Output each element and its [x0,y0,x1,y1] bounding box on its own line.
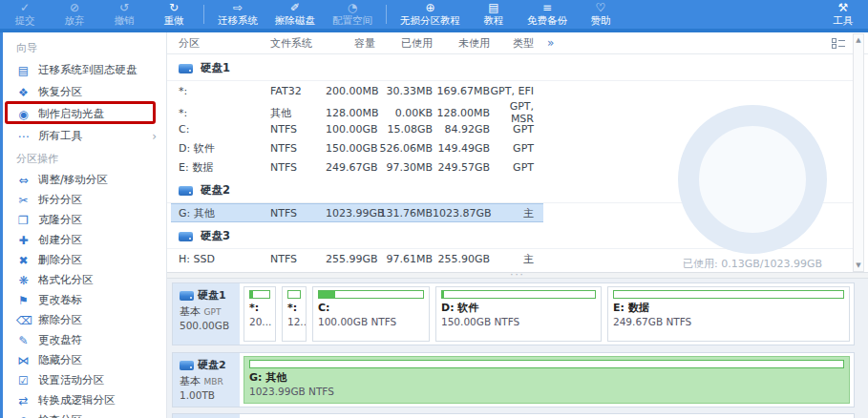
sidebar-item-set-active-partition[interactable]: ☑ 设置活动分区 [3,370,166,390]
donate-button[interactable]: ♡ 赞助 [576,0,625,29]
partition-label: *: [249,302,270,315]
view-switch-icon[interactable] [832,37,845,50]
migrate-system-button[interactable]: ⇨ 迁移系统 [209,0,266,29]
partition-assistant-window: ✓ 提交 ⊘ 放弃 ↺ 撤销 ↻ 重做 ⇨ 迁移系统 ✐ 擦除磁盘 ◔ 配置空间 [0,0,868,418]
cell-type: GPT, MSR [490,100,534,125]
undo-button[interactable]: ↺ 撤销 [99,0,149,29]
partition-tutorial-label: 无损分区教程 [400,14,460,27]
vertical-scrollbar[interactable]: ▲ ▼ [853,33,864,272]
sidebar-item-split-partition[interactable]: ✂ 拆分分区 [3,190,166,210]
toolbar-spacer [625,0,818,29]
partition-block[interactable]: C: 100.00GB NTFS [312,286,430,342]
disk-info[interactable]: 硬盘2 基本 MBR 1.00TB [173,353,240,407]
col-used: 已使用 [375,36,433,51]
partition-row[interactable]: C: NTFS 100.00GB 15.08GB 84.92GB GPT [167,119,540,138]
partition-tutorial-button[interactable]: ⊕ 无损分区教程 [392,0,469,29]
sidebar-section-partition-ops: 分区操作 ⇔ 调整/移动分区 ✂ 拆分分区 ❐ 克隆分区 ✚ 创建分区 ✖ 删除… [3,149,166,418]
allocate-space-label: 配置空间 [332,14,372,27]
sidebar-item-label: 格式化分区 [38,273,94,287]
cell-used: 526.06MB [375,142,433,155]
tutorial-button[interactable]: ▤ 教程 [469,0,519,29]
sidebar-item-make-bootable-media[interactable]: ◉ 制作启动光盘 [3,103,166,125]
undo-label: 撤销 [115,14,135,27]
commit-label: 提交 [15,14,35,27]
disk-card: 硬盘1 基本 GPT 500.00GB *: 20... *: 12... [172,282,855,345]
sidebar-item-label: 更改卷标 [38,293,82,307]
brush-icon: ⌫ [16,314,31,327]
scroll-down-icon[interactable]: ▼ [854,260,863,271]
disk-group-header[interactable]: 硬盘1 [167,56,853,81]
partition-block[interactable]: *: 12... [282,286,307,342]
cell-capacity: 1023.99GB [326,207,375,219]
cell-type: GPT [490,123,534,136]
cell-filesystem: NTFS [270,253,326,265]
sidebar-item-delete-partition[interactable]: ✖ 删除分区 [3,250,166,270]
partition-block[interactable]: D: 软件 150.00GB NTFS [435,286,602,342]
partition-row[interactable]: *: FAT32 200.00MB 30.33MB 169.67MB GPT, … [167,81,540,100]
discard-button[interactable]: ⊘ 放弃 [50,0,99,29]
recover-icon: ❖ [16,86,31,99]
disk-card: 硬盘2 基本 MBR 1.00TB G: 其他 1023.99GB NTFS [172,352,855,408]
panel-splitter[interactable]: ··· [167,272,868,279]
cell-type: GPT [490,142,534,155]
disk-size: 500.00GB [180,320,240,331]
free-backup-label: 免费备份 [527,14,567,27]
tools-button[interactable]: ⚒ 工具 [818,0,868,29]
partition-block[interactable]: E: 数据 249.67GB NTFS [607,286,850,342]
wipe-disk-button[interactable]: ✐ 擦除磁盘 [266,0,324,29]
sidebar-item-label: 擦除分区 [38,313,82,327]
sidebar-section-wizard-title: 向导 [3,38,166,59]
partition-info: 100.00GB NTFS [318,315,424,328]
sidebar-item-convert-to-logical[interactable]: ⇄ 转换成逻辑分区 [3,390,166,410]
partition-row-selected[interactable]: G: 其他 NTFS 1023.99GB 131.76MB 1023.87GB … [171,203,543,222]
sidebar-item-label: 所有工具 [38,129,82,143]
sidebar-item-change-drive-letter[interactable]: ✎ 更改盘符 [3,330,166,350]
partition-blocks: G: 其他 1023.99GB NTFS [240,353,854,407]
partition-row[interactable]: *: 其他 128.00MB 0.00KB 128.00MB GPT, MSR [167,100,540,119]
disk-name: 硬盘2 [198,358,226,372]
sidebar-item-resize-move-partition[interactable]: ⇔ 调整/移动分区 [3,170,166,190]
sidebar-section-partition-ops-title: 分区操作 [3,149,166,170]
redo-icon: ↻ [169,1,179,14]
cell-used: 131.76MB [375,207,433,219]
sidebar-item-wipe-partition[interactable]: ⌫ 擦除分区 [3,310,166,330]
disk-name: 硬盘1 [198,288,226,303]
cell-type: GPT [490,161,534,174]
cell-unused: 169.67MB [433,85,490,97]
cell-capacity: 150.00GB [326,142,375,155]
sidebar-item-label: 恢复分区 [38,85,82,99]
more-columns-icon[interactable]: » [547,36,554,50]
sidebar-item-label: 制作启动光盘 [38,107,104,121]
disk-info[interactable]: 硬盘1 基本 GPT 500.00GB [173,283,240,345]
free-backup-button[interactable]: ≡ 免费备份 [519,0,576,29]
sidebar-item-create-partition[interactable]: ✚ 创建分区 [3,230,166,250]
clone-icon: ❐ [16,214,31,227]
tutorial-label: 教程 [484,14,504,27]
sidebar-item-recover-partition[interactable]: ❖ 恢复分区 [3,81,166,103]
partition-block[interactable]: *: 20... [243,286,276,342]
sidebar-item-hide-partition[interactable]: ⋈ 隐藏分区 [3,350,166,370]
partition-row[interactable]: H: SSD NTFS 255.99GB 97.61MB 255.90GB 主 [167,249,540,268]
allocate-space-button[interactable]: ◔ 配置空间 [324,0,381,29]
sidebar-item-check-partition[interactable]: ◎ 检查分区 [3,410,166,418]
redo-button[interactable]: ↻ 重做 [149,0,199,29]
partition-info: 20... [249,315,270,328]
cell-unused: 255.90GB [433,253,490,265]
partition-row[interactable]: D: 软件 NTFS 150.00GB 526.06MB 149.49GB GP… [167,138,540,157]
cell-capacity: 100.00GB [326,123,375,136]
sidebar-item-label: 删除分区 [38,253,82,267]
toolbar-separator [386,5,387,24]
partition-block-selected[interactable]: G: 其他 1023.99GB NTFS [243,356,850,404]
scroll-up-icon[interactable]: ▲ [854,34,863,46]
sidebar-item-clone-partition[interactable]: ❐ 克隆分区 [3,210,166,230]
sidebar-item-format-partition[interactable]: ❋ 格式化分区 [3,270,166,290]
erase-disk-icon: ✐ [290,1,300,14]
sidebar-item-all-tools[interactable]: ⋯ 所有工具 › [3,125,166,147]
commit-button[interactable]: ✓ 提交 [0,0,50,29]
partition-row[interactable]: E: 数据 NTFS 249.67GB 97.30MB 249.57GB GPT [167,157,540,177]
sidebar-item-change-label[interactable]: ⚑ 更改卷标 [3,290,166,310]
migrate-system-label: 迁移系统 [218,14,258,27]
sidebar: 向导 ▤ 迁移系统到固态硬盘 ❖ 恢复分区 ◉ 制作启动光盘 ⋯ 所有工具 › … [0,32,167,418]
sidebar-item-migrate-os-to-ssd[interactable]: ▤ 迁移系统到固态硬盘 [3,59,166,81]
disk-info[interactable] [173,414,240,418]
